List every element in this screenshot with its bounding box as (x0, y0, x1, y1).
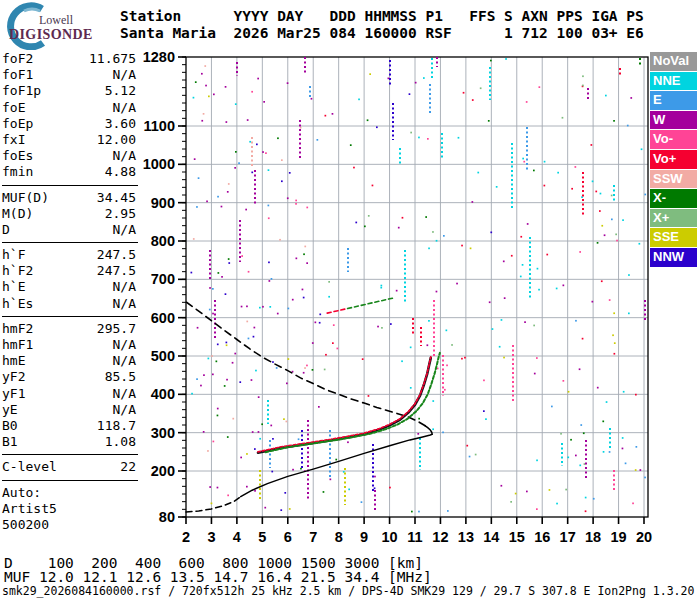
noise-dot (557, 172, 559, 174)
noise-dot (311, 98, 313, 100)
noise-dot (485, 418, 487, 420)
noise-dot (312, 342, 314, 344)
y-axis-tick-label: 1280 (143, 49, 175, 65)
noise-dot (325, 115, 327, 117)
noise-dot (292, 299, 294, 301)
noise-dot (315, 322, 317, 324)
noise-dot (628, 274, 630, 276)
noise-dot (562, 117, 564, 119)
noise-dot (271, 278, 273, 280)
noise-dot (549, 489, 551, 491)
noise-dot (411, 511, 413, 513)
noise-dot (492, 328, 494, 330)
noise-dot (268, 205, 270, 207)
noise-dot (303, 372, 305, 374)
noise-dot (270, 425, 272, 427)
noise-dot (526, 491, 528, 493)
muf-row: MUF 12.0 12.1 12.6 13.5 14.7 16.4 21.5 3… (4, 570, 432, 584)
noise-dot (332, 113, 334, 115)
x-axis-tick-label: 12 (432, 529, 448, 545)
noise-dot (381, 285, 383, 287)
noise-dot (428, 320, 430, 322)
noise-dot (324, 369, 326, 371)
noise-dot (271, 471, 273, 473)
noise-dot (615, 234, 617, 236)
noise-dot (241, 306, 243, 308)
noise-dot (193, 97, 195, 99)
noise-dot (401, 360, 403, 362)
noise-dot (568, 391, 570, 393)
noise-dot (367, 119, 369, 121)
noise-dot (212, 313, 214, 315)
noise-dot (563, 380, 565, 382)
x-axis-tick-label: 17 (560, 529, 576, 545)
noise-dot (488, 120, 490, 122)
noise-dot (442, 432, 444, 434)
noise-dot (358, 99, 360, 101)
noise-dot (534, 373, 536, 375)
noise-dot (284, 492, 286, 494)
noise-dot (319, 322, 321, 324)
noise-dot (292, 469, 294, 471)
noise-dot (211, 503, 213, 505)
y-axis-tick-label: 800 (151, 233, 175, 249)
noise-dot (330, 479, 332, 481)
noise-dot (286, 421, 288, 423)
noise-dot (196, 206, 198, 208)
noise-dot (369, 73, 371, 75)
noise-dot (279, 239, 281, 241)
noise-dot (207, 450, 209, 452)
noise-dot (256, 144, 258, 146)
noise-dot (249, 141, 251, 143)
noise-dot (288, 308, 290, 310)
noise-dot (526, 101, 528, 103)
noise-dot (277, 137, 279, 139)
noise-dot (246, 306, 248, 308)
noise-dot (362, 358, 364, 360)
noise-dot (641, 148, 643, 150)
noise-dot (475, 454, 477, 456)
noise-dot (227, 191, 229, 193)
noise-dot (628, 313, 630, 315)
noise-dot (456, 283, 458, 285)
noise-dot (575, 320, 577, 322)
noise-dot (319, 314, 321, 316)
noise-dot (216, 361, 218, 363)
noise-dot (208, 358, 210, 360)
noise-dot (636, 446, 638, 448)
noise-dot (203, 431, 205, 433)
noise-dot (209, 486, 211, 488)
noise-dot (212, 374, 214, 376)
noise-dot (388, 78, 390, 80)
noise-dot (601, 225, 603, 227)
noise-dot (565, 489, 567, 491)
noise-dot (368, 395, 370, 397)
noise-dot (289, 172, 291, 174)
noise-dot (269, 280, 271, 282)
x-axis-tick-label: 8 (335, 529, 343, 545)
noise-dot (239, 381, 241, 383)
noise-dot (228, 262, 230, 264)
y-axis-tick-label: 80 (159, 509, 175, 525)
x-axis-tick-label: 7 (309, 529, 317, 545)
noise-dot (335, 459, 337, 461)
noise-dot (211, 355, 213, 357)
noise-dot (575, 166, 577, 168)
noise-dot (272, 438, 274, 440)
noise-dot (463, 92, 465, 94)
noise-dot (390, 323, 392, 325)
noise-dot (436, 240, 438, 242)
digisonde-ionogram-screen: Lowell DIGISONDE Station YYYY DAY DDD HH… (0, 0, 700, 600)
noise-dot (583, 432, 585, 434)
x-axis-tick-label: 4 (233, 529, 241, 545)
noise-dot (567, 457, 569, 459)
noise-dot (477, 172, 479, 174)
y-axis-tick-label: 300 (151, 425, 175, 441)
noise-dot (612, 334, 614, 336)
noise-dot (563, 285, 565, 287)
noise-dot (606, 401, 608, 403)
noise-dot (570, 439, 572, 441)
x-mode-trace-green (266, 353, 440, 452)
noise-dot (504, 297, 506, 299)
legend-item-nnw: NNW (650, 248, 697, 267)
